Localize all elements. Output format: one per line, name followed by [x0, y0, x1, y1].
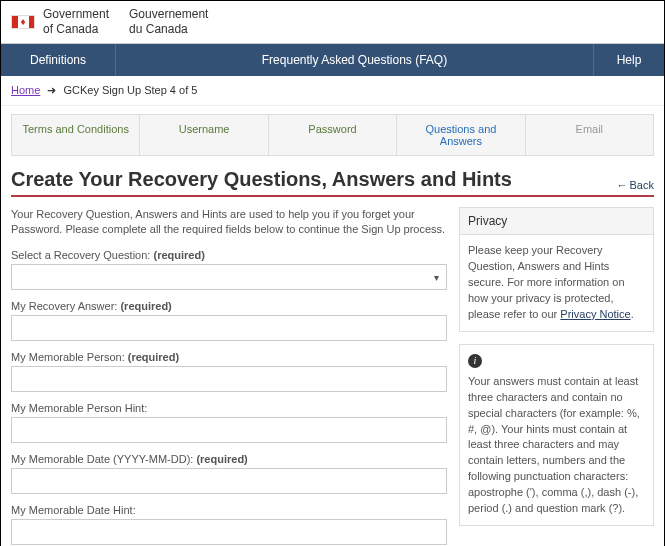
privacy-body: Please keep your Recovery Question, Answ… — [460, 235, 653, 331]
step-password[interactable]: Password — [269, 114, 397, 156]
info-panel: i Your answers must contain at least thr… — [459, 344, 654, 526]
step-tabs: Terms and Conditions Username Password Q… — [11, 114, 654, 156]
page-title: Create Your Recovery Questions, Answers … — [11, 168, 512, 191]
step-username[interactable]: Username — [140, 114, 268, 156]
label-recovery-question: Select a Recovery Question: (required) — [11, 249, 447, 261]
nav-faq[interactable]: Frequently Asked Questions (FAQ) — [116, 44, 594, 76]
back-arrow-icon: ← — [617, 179, 628, 191]
breadcrumb-home-link[interactable]: Home — [11, 84, 40, 96]
label-memorable-person: My Memorable Person: (required) — [11, 351, 447, 363]
privacy-panel: Privacy Please keep your Recovery Questi… — [459, 207, 654, 332]
memorable-date-hint-input[interactable] — [11, 519, 447, 545]
gov-name-en: Governmentof Canada — [43, 7, 109, 37]
nav-help[interactable]: Help — [594, 44, 664, 76]
breadcrumb-arrow-icon: ➜ — [47, 84, 56, 96]
main-nav: Definitions Frequently Asked Questions (… — [1, 44, 664, 76]
info-icon: i — [468, 354, 482, 368]
privacy-notice-link[interactable]: Privacy Notice — [560, 308, 630, 320]
breadcrumb: Home ➜ GCKey Sign Up Step 4 of 5 — [1, 76, 664, 106]
privacy-heading: Privacy — [460, 208, 653, 235]
canada-flag-icon: ♦ — [11, 15, 35, 29]
memorable-person-input[interactable] — [11, 366, 447, 392]
label-recovery-answer: My Recovery Answer: (required) — [11, 300, 447, 312]
recovery-answer-input[interactable] — [11, 315, 447, 341]
memorable-date-input[interactable] — [11, 468, 447, 494]
step-questions[interactable]: Questions and Answers — [397, 114, 525, 156]
label-person-hint: My Memorable Person Hint: — [11, 402, 447, 414]
label-memorable-date: My Memorable Date (YYYY-MM-DD): (require… — [11, 453, 447, 465]
step-terms[interactable]: Terms and Conditions — [11, 114, 140, 156]
nav-definitions[interactable]: Definitions — [1, 44, 116, 76]
gov-name-fr: Gouvernementdu Canada — [129, 7, 208, 37]
info-text: Your answers must contain at least three… — [468, 374, 645, 517]
memorable-person-hint-input[interactable] — [11, 417, 447, 443]
label-date-hint: My Memorable Date Hint: — [11, 504, 447, 516]
breadcrumb-current: GCKey Sign Up Step 4 of 5 — [63, 84, 197, 96]
gov-header: ♦ Governmentof Canada Gouvernementdu Can… — [1, 1, 664, 44]
recovery-question-select[interactable] — [11, 264, 447, 290]
step-email[interactable]: Email — [526, 114, 654, 156]
intro-text: Your Recovery Question, Answers and Hint… — [11, 207, 447, 237]
back-link[interactable]: ←Back — [617, 179, 654, 191]
